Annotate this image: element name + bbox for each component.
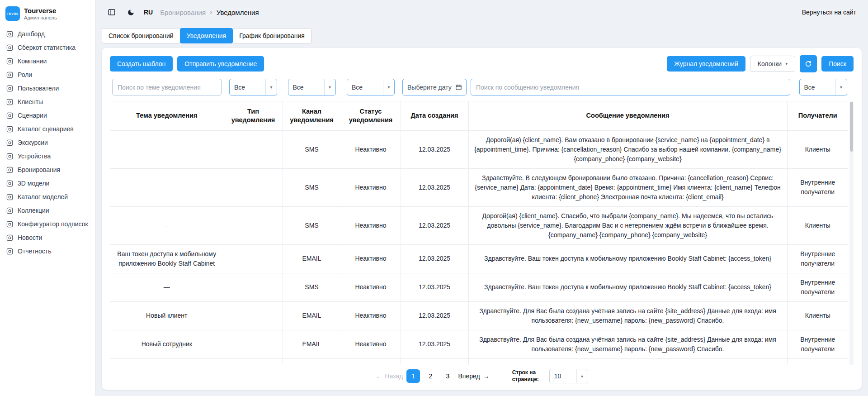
sidebar-item-label: Сберкот статистика (18, 44, 75, 51)
sidebar-item-dashboard[interactable]: Дашборд (0, 27, 95, 41)
sidebar-item-companies[interactable]: Компании (0, 54, 95, 68)
scrollbar-thumb[interactable] (850, 102, 853, 152)
cell-recipients: Внутренние получатели (787, 330, 848, 358)
recipients-filter-select[interactable]: Все ▾ (799, 79, 847, 95)
sidebar-item-bookings[interactable]: Бронирования (0, 163, 95, 177)
back-to-site-link[interactable]: Вернуться на сайт (802, 9, 856, 16)
chevron-down-icon: ▾ (324, 79, 335, 95)
cell-status: Неактивно (341, 301, 401, 330)
table-row[interactable]: Новый сотрудник EMAIL Неактивно 12.03.20… (110, 330, 848, 358)
dark-mode-icon[interactable] (125, 6, 137, 18)
sidebar: TRVRS Tourverse Админ панель Дашборд (0, 0, 96, 396)
cell-topic: — (110, 273, 224, 301)
cell-message: Здравствуйте. Ваш токен доступа к мобиль… (468, 273, 787, 301)
models-3d-icon (6, 180, 13, 187)
excursions-icon (6, 139, 13, 146)
header-recipients: Получатели (787, 101, 848, 131)
sidebar-item-label: Сценарии (18, 112, 47, 119)
sidebar-item-devices[interactable]: Устройства (0, 149, 95, 163)
model-catalog-icon (6, 194, 13, 200)
cell-type (224, 130, 283, 168)
cell-status: Неактивно (341, 244, 401, 273)
table-row[interactable]: — SMS Неактивно 12.03.2025 Здравствуйте.… (110, 168, 848, 206)
reports-icon (6, 248, 13, 255)
pagination-page-2[interactable]: 2 (424, 369, 437, 383)
cell-date: 12.03.2025 (401, 301, 468, 330)
cell-message: Дорогой(ая) {client_name}. Спасибо, что … (468, 206, 787, 244)
news-icon (6, 234, 13, 241)
message-search-input[interactable] (471, 79, 790, 95)
topic-search-input[interactable] (112, 79, 222, 95)
sidebar-item-clients[interactable]: Клиенты (0, 95, 95, 109)
sidebar-item-excursions[interactable]: Экскурсии (0, 136, 95, 149)
pagination-next[interactable]: Вперед → (458, 372, 489, 380)
arrow-right-icon: → (483, 372, 490, 380)
table-row[interactable]: — SMS Неактивно 12.03.2025 Дорогой(ая) {… (110, 130, 848, 168)
app-subtitle: Админ панель (24, 15, 57, 20)
columns-button-label: Колонки (758, 61, 782, 67)
table-row[interactable]: — SMS Неактивно 12.03.2025 Дорогой(ая) {… (110, 206, 848, 244)
tab-notifications[interactable]: Уведомления (180, 28, 233, 43)
tab-bookings-schedule[interactable]: График бронирования (232, 28, 311, 43)
rows-per-page-select[interactable]: 10 ▾ (549, 369, 588, 383)
users-icon (6, 85, 13, 92)
tab-bookings-list[interactable]: Список бронирований (102, 28, 180, 43)
sidebar-item-label: Компании (18, 57, 47, 65)
sidebar-item-models-3d[interactable]: 3D модели (0, 177, 95, 190)
cell-channel: SMS (283, 130, 341, 168)
header-channel: Канал уведомления (283, 101, 341, 131)
table-row[interactable]: Ваша запись в {company_name} EMAIL Неакт… (110, 358, 848, 365)
columns-button[interactable]: Колонки ▾ (750, 56, 795, 72)
dashboard-icon (6, 31, 13, 38)
scenarios-icon (6, 112, 13, 119)
sidebar-item-label: Бронирования (18, 166, 60, 173)
cell-channel: SMS (283, 168, 341, 206)
sidebar-item-label: Роли (18, 71, 32, 78)
status-filter-select[interactable]: Все ▾ (347, 79, 395, 95)
sidebar-item-label: Пользователи (18, 85, 59, 92)
table-row[interactable]: Новый клиент EMAIL Неактивно 12.03.2025 … (110, 301, 848, 330)
sidebar-item-reports[interactable]: Отчетность (0, 244, 95, 258)
table-scroll-area: Тема уведомления Тип уведомления Канал у… (110, 101, 854, 365)
create-template-button[interactable]: Создать шаблон (110, 56, 173, 72)
date-filter-placeholder: Выберите дату (407, 84, 452, 91)
filters-row: Все ▾ Все ▾ Все ▾ (110, 79, 854, 95)
sidebar-item-label: Отчетность (18, 248, 52, 255)
cell-status: Неактивно (341, 273, 401, 301)
sidebar-toggle-icon[interactable] (106, 6, 118, 18)
sidebar-item-scenario-catalog[interactable]: Каталог сценариев (0, 122, 95, 136)
type-filter-select[interactable]: Все ▾ (229, 79, 277, 95)
notification-log-button[interactable]: Журнал уведомлений (667, 56, 745, 72)
sidebar-item-roles[interactable]: Роли (0, 68, 95, 81)
sidebar-item-model-catalog[interactable]: Каталог моделей (0, 190, 95, 204)
scenario-catalog-icon (6, 126, 13, 133)
table-row[interactable]: Ваш токен доступа к мобильному приложени… (110, 244, 848, 273)
date-filter[interactable]: Выберите дату (402, 79, 467, 95)
cell-type (224, 244, 283, 273)
channel-filter-select[interactable]: Все ▾ (288, 79, 336, 95)
pagination-prev[interactable]: ← Назад (375, 372, 403, 380)
pagination-page-3[interactable]: 3 (441, 369, 454, 383)
sidebar-item-label: Экскурсии (18, 139, 48, 146)
search-button[interactable]: Поиск (821, 56, 854, 72)
sidebar-item-news[interactable]: Новости (0, 231, 95, 244)
sidebar-item-scenarios[interactable]: Сценарии (0, 109, 95, 122)
subscriptions-icon (6, 221, 13, 228)
sidebar-item-collections[interactable]: Коллекции (0, 204, 95, 217)
sidebar-item-subscription-configurator[interactable]: Конфигуратор подписок (0, 217, 95, 231)
table-row[interactable]: — SMS Неактивно 12.03.2025 Здравствуйте.… (110, 273, 848, 301)
sidebar-item-sberkot-stats[interactable]: Сберкот статистика (0, 41, 95, 54)
pagination-next-label: Вперед (458, 372, 480, 380)
roles-icon (6, 72, 13, 78)
send-notification-button[interactable]: Отправить уведомление (177, 56, 264, 72)
language-selector[interactable]: RU (144, 9, 153, 16)
pagination-page-1[interactable]: 1 (406, 369, 420, 383)
refresh-button[interactable] (800, 55, 817, 72)
sidebar-item-users[interactable]: Пользователи (0, 81, 95, 95)
cell-date: 12.03.2025 (401, 330, 468, 358)
companies-icon (6, 58, 13, 65)
breadcrumb-bookings[interactable]: Бронирования (160, 9, 206, 16)
vertical-scrollbar[interactable] (849, 101, 854, 365)
pagination: ← Назад 1 2 3 Вперед → Строк на странице… (110, 365, 854, 387)
cell-message: Дорогой(ая) {client_name}. Вам отказано … (468, 130, 787, 168)
